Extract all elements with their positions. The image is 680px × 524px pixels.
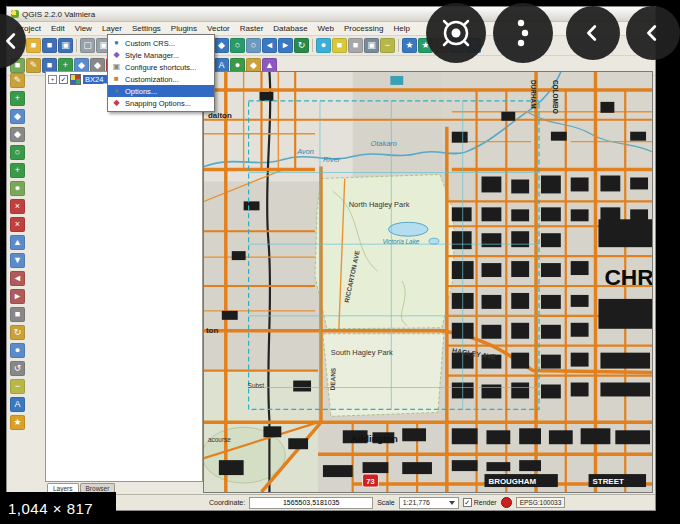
menu-settings[interactable]: Settings: [127, 23, 166, 34]
menu-layer[interactable]: Layer: [97, 23, 127, 34]
delete-part-icon[interactable]: ×: [10, 217, 25, 232]
node-tool-icon[interactable]: ◆: [10, 127, 25, 142]
menu-database[interactable]: Database: [268, 23, 312, 34]
coordinate-input[interactable]: [249, 497, 373, 509]
open-project-icon[interactable]: ■: [26, 38, 41, 53]
reshape-features-icon[interactable]: ▲: [10, 235, 25, 250]
measure-icon[interactable]: −: [380, 38, 395, 53]
map-building-block: [600, 353, 650, 369]
title-bar[interactable]: QGIS 2.2.0 Valmiera: [7, 7, 655, 22]
text-annotation-icon[interactable]: A: [10, 397, 25, 412]
map-label: South Hagley Park: [331, 348, 393, 357]
select-features-icon[interactable]: ■: [332, 38, 347, 53]
map-building-block: [549, 430, 573, 444]
add-part-icon[interactable]: +: [10, 163, 25, 178]
layer-visibility-checkbox[interactable]: ✓: [59, 75, 68, 84]
chevron-left-icon: [582, 22, 604, 44]
save-project-as-icon[interactable]: ▣: [58, 38, 73, 53]
menu-item-label: Configure shortcuts...: [125, 63, 196, 72]
menu-view[interactable]: View: [70, 23, 97, 34]
map-building-block: [551, 132, 567, 141]
render-toggle[interactable]: ✓ Render: [463, 498, 497, 507]
map-building-block: [571, 353, 589, 367]
offset-curve-icon[interactable]: ▼: [10, 253, 25, 268]
delete-ring-icon[interactable]: ×: [10, 199, 25, 214]
identify-features-icon[interactable]: ●: [316, 38, 331, 53]
zoom-to-layer-icon[interactable]: ○: [246, 38, 261, 53]
move-feature-icon[interactable]: ◆: [10, 109, 25, 124]
menu-item-label: Style Manager...: [125, 51, 179, 60]
stop-render-icon[interactable]: [501, 497, 512, 508]
route-shield: 73: [363, 474, 379, 487]
menu-item-snapping-options[interactable]: ◆Snapping Options...: [108, 97, 214, 109]
menu-raster[interactable]: Raster: [235, 23, 269, 34]
map-building-block: [630, 177, 648, 189]
refresh-icon[interactable]: ↻: [294, 38, 309, 53]
rotate-feature-icon[interactable]: ↻: [10, 325, 25, 340]
zoom-to-selection-icon[interactable]: ○: [230, 38, 245, 53]
menu-item-custom-crs[interactable]: ●Custom CRS...: [108, 37, 214, 49]
split-features-icon[interactable]: ◄: [10, 271, 25, 286]
map-building-block: [519, 460, 541, 471]
overlay-back-button[interactable]: [566, 6, 620, 60]
map-building-block: [452, 428, 478, 444]
settings-dropdown: ●Custom CRS...◆Style Manager...▣Configur…: [107, 34, 215, 112]
overlay-record-button[interactable]: [426, 3, 486, 63]
map-building-block: [600, 102, 614, 113]
menu-item-label: Options...: [125, 87, 157, 96]
map-building-block: [482, 233, 502, 247]
expand-icon[interactable]: +: [48, 75, 57, 84]
zoom-last-icon[interactable]: ◄: [262, 38, 277, 53]
map-building-block: [598, 219, 652, 247]
measure-line-icon[interactable]: −: [10, 379, 25, 394]
scale-combo[interactable]: 1:21,776: [399, 497, 459, 509]
crs-status-button[interactable]: EPSG:100033: [516, 497, 566, 508]
map-building-block: [519, 428, 541, 444]
pin-labels-icon[interactable]: ★: [10, 415, 25, 430]
fill-ring-icon[interactable]: ●: [10, 181, 25, 196]
overlay-more-button[interactable]: [493, 3, 553, 63]
add-feature-icon[interactable]: +: [10, 91, 25, 106]
new-composer-icon[interactable]: ▢: [80, 38, 95, 53]
map-building-block: [571, 261, 589, 275]
menu-item-style-manager[interactable]: ◆Style Manager...: [108, 49, 214, 61]
map-building-block: [571, 323, 589, 337]
menu-processing[interactable]: Processing: [339, 23, 389, 34]
image-size-badge: 1,044 × 817: [0, 492, 116, 524]
customization-icon: ■: [112, 75, 121, 83]
zoom-full-icon[interactable]: ◆: [214, 38, 229, 53]
menu-plugins[interactable]: Plugins: [166, 23, 202, 34]
chevron-left-icon: [642, 22, 664, 44]
open-attribute-table-icon[interactable]: ▣: [364, 38, 379, 53]
save-project-icon[interactable]: ■: [42, 38, 57, 53]
render-checkbox[interactable]: ✓: [463, 498, 472, 507]
toggle-editing-icon[interactable]: ✎: [10, 73, 25, 88]
overlay-back-button-2[interactable]: [626, 6, 680, 60]
map-label: Avon: [296, 147, 314, 156]
toolbar-separator: [312, 39, 313, 52]
simplify-feature-icon[interactable]: ●: [10, 343, 25, 358]
menu-vector[interactable]: Vector: [202, 23, 235, 34]
coordinate-label: Coordinate:: [209, 499, 245, 506]
menu-item-options[interactable]: ●Options...: [108, 85, 214, 97]
map-building-block: [482, 325, 502, 339]
merge-features-icon[interactable]: ■: [10, 307, 25, 322]
map-label: ton: [206, 326, 218, 335]
menu-item-customization[interactable]: ■Customization...: [108, 73, 214, 85]
split-parts-icon[interactable]: ►: [10, 289, 25, 304]
map-canvas[interactable]: 73 daltonAvonRiverOtakaroNorth Hagley Pa…: [203, 71, 653, 493]
rotate-point-symbols-icon[interactable]: ↺: [10, 361, 25, 376]
map-svg: 73 daltonAvonRiverOtakaroNorth Hagley Pa…: [204, 72, 652, 492]
deselect-features-icon[interactable]: ■: [348, 38, 363, 53]
menu-item-configure-shortcuts[interactable]: ▣Configure shortcuts...: [108, 61, 214, 73]
zoom-next-icon[interactable]: ►: [278, 38, 293, 53]
map-building-block: [600, 176, 620, 192]
menu-help[interactable]: Help: [388, 23, 414, 34]
menu-web[interactable]: Web: [313, 23, 339, 34]
layers-panel[interactable]: + ✓ BX24_Geo: [45, 71, 203, 482]
map-label: Subst: [248, 382, 265, 389]
menu-edit[interactable]: Edit: [46, 23, 70, 34]
map-label: acourse: [208, 436, 231, 443]
add-ring-icon[interactable]: ○: [10, 145, 25, 160]
show-bookmarks-icon[interactable]: ★: [402, 38, 417, 53]
